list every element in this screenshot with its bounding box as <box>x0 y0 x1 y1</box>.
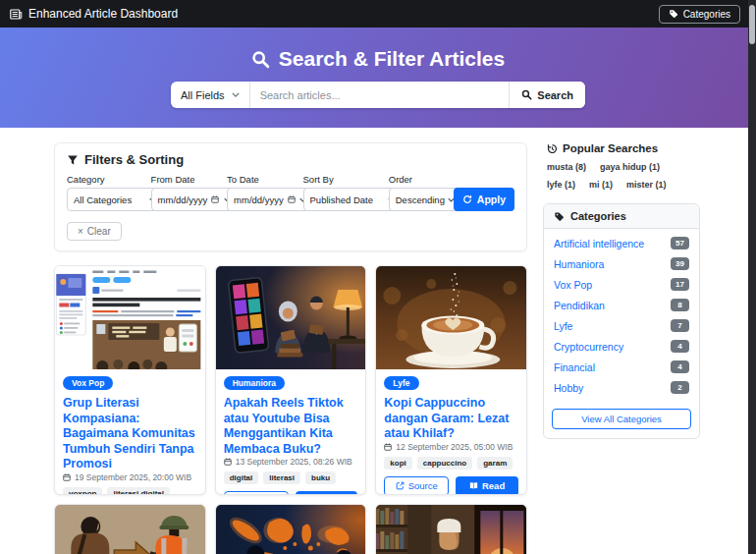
category-field: Category All Categories <box>67 174 145 211</box>
category-count-badge: 7 <box>671 319 689 332</box>
read-button[interactable]: Read <box>456 476 518 496</box>
apply-button[interactable]: Apply <box>454 188 514 211</box>
article-card <box>215 504 367 554</box>
sort-by-select[interactable]: Published Date <box>303 188 402 211</box>
popular-searches-title-text: Popular Searches <box>563 142 658 154</box>
calendar-icon <box>211 195 219 203</box>
search-button-label: Search <box>537 89 573 101</box>
search-field-select[interactable]: All Fields <box>171 82 250 108</box>
filters-title: Filters & Sorting <box>67 152 514 167</box>
popular-search-items: musta (8) gaya hidup (1) lyfe (1) mi (1)… <box>547 162 698 190</box>
order-field: Order Descending <box>389 174 448 211</box>
search-icon <box>251 50 270 69</box>
article-actions: Source Read <box>384 476 518 496</box>
app-brand: Enhanced Article Dashboard <box>10 7 178 21</box>
from-date-input[interactable]: mm/dd/yyyy <box>151 188 238 211</box>
popular-search-term[interactable]: mi (1) <box>589 180 613 190</box>
view-all-categories-button[interactable]: View All Categories <box>552 409 691 429</box>
hero-banner: Search & Filter Articles All Fields Sear… <box>0 28 756 128</box>
scrollbar-thumb[interactable] <box>749 5 755 44</box>
article-tag: garam <box>477 457 513 470</box>
articles-grid-row2 <box>54 504 527 554</box>
article-tags: digital literasi buku <box>224 471 358 484</box>
filters-row: Category All Categories From Date mm/dd/… <box>67 174 514 211</box>
article-tag: buku <box>305 471 336 484</box>
article-category-badge: Lyfe <box>384 376 418 390</box>
article-image <box>216 266 366 369</box>
articles-column: Filters & Sorting Category All Categorie… <box>54 142 527 554</box>
history-icon <box>547 143 558 154</box>
article-date: 13 September 2025, 08:26 WIB <box>224 457 358 467</box>
source-button[interactable]: Source <box>384 476 449 496</box>
calendar-icon <box>63 473 71 481</box>
article-image <box>55 505 205 554</box>
navbar-categories-button[interactable]: Categories <box>659 5 740 24</box>
clear-button[interactable]: × Clear <box>67 222 122 241</box>
category-row: Financial 4 <box>544 357 699 377</box>
category-row: Artificial intelligence 57 <box>544 233 699 253</box>
sidebar: Popular Searches musta (8) gaya hidup (1… <box>543 142 700 439</box>
to-date-field: To Date mm/dd/yyyy <box>227 174 297 211</box>
category-select-value: All Categories <box>74 194 132 205</box>
category-link[interactable]: Pendidikan <box>554 300 605 311</box>
apply-button-label: Apply <box>477 194 506 205</box>
order-select[interactable]: Descending <box>389 188 461 211</box>
categories-footer: View All Categories <box>544 402 699 438</box>
article-date-text: 19 September 2025, 20:00 WIB <box>75 472 191 482</box>
category-row: Vox Pop 17 <box>544 274 699 295</box>
x-icon: × <box>78 226 83 237</box>
from-date-field: From Date mm/dd/yyyy <box>151 174 221 211</box>
refresh-icon <box>462 194 472 204</box>
category-link[interactable]: Artificial intelligence <box>554 238 644 249</box>
tag-icon <box>669 9 678 19</box>
article-card: Lyfe Kopi Cappuccino dangan Garam: Lezat… <box>375 265 527 495</box>
category-link[interactable]: Financial <box>554 361 595 373</box>
article-card: Humaniora Apakah Reels Tiktok atau Youtu… <box>215 265 367 495</box>
popular-search-term[interactable]: mister (1) <box>626 180 667 190</box>
newspaper-icon <box>10 8 23 21</box>
popular-search-term[interactable]: musta (8) <box>547 162 586 172</box>
source-button-label: Source <box>408 480 438 491</box>
search-button[interactable]: Search <box>509 82 585 108</box>
search-field-value: All Fields <box>181 89 225 101</box>
article-body: Humaniora Apakah Reels Tiktok atau Youtu… <box>216 369 366 495</box>
category-link[interactable]: Lyfe <box>554 320 572 332</box>
categories-list: Artificial intelligence 57 Humaniora 39 … <box>544 229 699 402</box>
category-link[interactable]: Cryptocurrency <box>554 341 623 353</box>
article-card <box>54 504 206 554</box>
to-date-input[interactable]: mm/dd/yyyy <box>227 188 313 211</box>
category-row: Lyfe 7 <box>544 315 699 336</box>
article-title-link[interactable]: Kopi Cappuccino dangan Garam: Lezat atau… <box>384 396 518 442</box>
search-input[interactable] <box>250 82 510 108</box>
scrollbar-track[interactable] <box>748 0 756 554</box>
external-link-icon <box>396 481 405 490</box>
article-title-link[interactable]: Grup Literasi Kompasiana: Bagaimana Komu… <box>63 396 197 472</box>
tag-icon <box>554 211 565 222</box>
category-count-badge: 57 <box>671 237 689 249</box>
category-row: Hobby 2 <box>544 377 699 398</box>
navbar-categories-label: Categories <box>683 9 730 20</box>
popular-search-term[interactable]: gaya hidup (1) <box>600 162 660 172</box>
article-date-text: 12 September 2025, 05:00 WIB <box>396 442 513 452</box>
search-icon <box>521 89 532 100</box>
chevron-down-icon <box>232 92 240 97</box>
article-tag: kopi <box>384 457 411 470</box>
popular-search-term[interactable]: lyfe (1) <box>547 180 575 190</box>
article-body: Vox Pop Grup Literasi Kompasiana: Bagaim… <box>55 369 205 495</box>
article-card <box>375 504 527 554</box>
read-button[interactable]: Read <box>296 491 358 495</box>
page-title-text: Search & Filter Articles <box>279 47 505 71</box>
calendar-icon <box>224 458 232 466</box>
categories-card: Categories Artificial intelligence 57 Hu… <box>543 203 700 439</box>
category-link[interactable]: Humaniora <box>554 258 604 270</box>
category-link[interactable]: Vox Pop <box>554 279 592 291</box>
source-button[interactable]: Source <box>224 491 289 495</box>
order-label: Order <box>389 174 448 185</box>
category-select[interactable]: All Categories <box>67 188 163 211</box>
category-link[interactable]: Hobby <box>554 382 583 394</box>
article-title-link[interactable]: Apakah Reels Tiktok atau Youtube Bisa Me… <box>224 396 358 457</box>
article-tag: literasi <box>263 471 300 484</box>
article-tag: literasi digital <box>107 487 170 496</box>
read-button-label: Read <box>482 480 505 491</box>
main-content: Filters & Sorting Category All Categorie… <box>0 128 756 554</box>
